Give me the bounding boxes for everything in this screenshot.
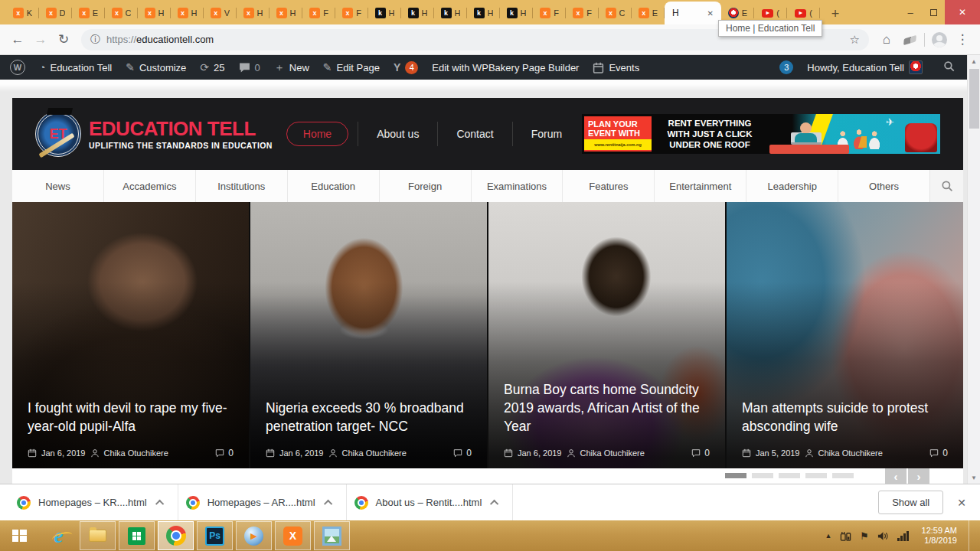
taskbar-photoshop[interactable]: Ps: [197, 521, 233, 550]
eraser-extension-icon[interactable]: [898, 32, 921, 47]
taskbar-file-explorer[interactable]: [80, 521, 116, 550]
scroll-down-arrow[interactable]: ▼: [968, 471, 980, 484]
post-title[interactable]: Man attempts suicide to protest abscondi…: [742, 399, 948, 435]
browser-tab[interactable]: H: [138, 2, 171, 24]
site-logo-emblem[interactable]: ET: [35, 111, 81, 157]
reload-button[interactable]: ↻: [52, 31, 75, 47]
main-nav-entertainment[interactable]: Entertainment: [654, 170, 746, 202]
main-nav-search-button[interactable]: [929, 170, 963, 202]
slider-page-bar[interactable]: [832, 473, 854, 478]
browser-tab[interactable]: F: [335, 2, 368, 24]
taskbar-media-player[interactable]: ▶: [236, 521, 272, 550]
active-tab[interactable]: H ✕: [665, 2, 721, 24]
post-comments[interactable]: 0: [453, 448, 472, 458]
post-author[interactable]: Chika Otuchikere: [342, 448, 407, 458]
taskbar-clock[interactable]: 12:59 AM 1/8/2019: [917, 526, 957, 546]
browser-tab[interactable]: H: [467, 2, 500, 24]
main-nav-education[interactable]: Education: [287, 170, 379, 202]
post-title[interactable]: Nigeria exceeds 30 % broadband penetrati…: [266, 399, 472, 435]
slider-prev-button[interactable]: ‹: [885, 468, 906, 484]
browser-tab[interactable]: H: [171, 2, 204, 24]
main-nav-foreign[interactable]: Foreign: [379, 170, 471, 202]
browser-tab[interactable]: F: [566, 2, 599, 24]
new-content-button[interactable]: ＋ New: [267, 55, 316, 80]
ad-banner[interactable]: PLAN YOUR EVENT WITH EASE www.rentitnaij…: [582, 114, 940, 154]
download-item[interactable]: Homepages – AR....html: [178, 484, 347, 520]
profile-avatar[interactable]: [932, 32, 947, 47]
back-button[interactable]: ←: [6, 32, 29, 47]
browser-tab[interactable]: K: [6, 2, 39, 24]
browser-tab[interactable]: H: [434, 2, 467, 24]
taskbar-chrome[interactable]: [158, 521, 194, 550]
post-author[interactable]: Chika Otuchikere: [580, 448, 645, 458]
taskbar-xampp[interactable]: X: [275, 521, 311, 550]
adminbar-site-menu[interactable]: ◔ Education Tell: [32, 55, 119, 80]
browser-tab[interactable]: H: [368, 2, 401, 24]
slider-page-bar[interactable]: [725, 473, 746, 478]
main-nav-accademics[interactable]: Accademics: [103, 170, 195, 202]
download-item[interactable]: About us – Rentit....html: [347, 484, 514, 520]
yoast-menu[interactable]: Y 4: [387, 55, 425, 80]
customize-button[interactable]: ✎ Customize: [119, 55, 193, 80]
tray-expand-icon[interactable]: ▲: [825, 532, 831, 540]
chevron-up-icon[interactable]: [155, 499, 164, 507]
scroll-up-arrow[interactable]: ▲: [968, 55, 980, 67]
show-all-downloads-button[interactable]: Show all: [878, 491, 943, 514]
slider-page-bar[interactable]: [779, 473, 800, 478]
window-close-button[interactable]: ✕: [945, 0, 980, 24]
window-maximize-button[interactable]: [922, 0, 945, 24]
start-button[interactable]: [2, 521, 38, 550]
post-comments[interactable]: 0: [929, 448, 948, 458]
browser-tab[interactable]: E: [632, 2, 665, 24]
header-nav-about-us[interactable]: About us: [358, 122, 437, 146]
post-title[interactable]: Burna Boy carts home Soundcity 2019 awar…: [504, 380, 710, 435]
taskbar-windows-store[interactable]: [119, 521, 155, 550]
download-item[interactable]: Homepages – KR....html: [9, 484, 178, 520]
adminbar-search-button[interactable]: [929, 60, 964, 74]
browser-tab[interactable]: C: [599, 2, 632, 24]
updates-button[interactable]: ⟳ 25: [193, 55, 231, 80]
show-desktop-button[interactable]: [969, 520, 974, 551]
main-nav-institutions[interactable]: Institutions: [195, 170, 287, 202]
account-menu[interactable]: Howdy, Education Tell: [800, 55, 929, 80]
browser-tab[interactable]: H: [270, 2, 302, 24]
browser-tab[interactable]: F: [533, 2, 566, 24]
header-nav-contact[interactable]: Contact: [437, 122, 511, 146]
post-card[interactable]: Burna Boy carts home Soundcity 2019 awar…: [488, 202, 727, 468]
site-logo-text[interactable]: EDUCATION TELL UPLIFTING THE STANDARDS I…: [89, 119, 273, 150]
header-nav-home[interactable]: Home: [286, 122, 348, 146]
post-author[interactable]: Chika Otuchikere: [818, 448, 883, 458]
action-center-flag-icon[interactable]: ⚑: [860, 530, 869, 542]
downloads-close-icon[interactable]: ✕: [943, 497, 980, 509]
post-comments[interactable]: 0: [691, 448, 710, 458]
slider-page-bar[interactable]: [805, 473, 827, 478]
browser-tab[interactable]: H: [401, 2, 434, 24]
post-comments[interactable]: 0: [215, 448, 234, 458]
main-nav-news[interactable]: News: [12, 170, 103, 202]
bookmark-star-icon[interactable]: ☆: [850, 33, 860, 47]
wp-logo-menu[interactable]: W: [3, 55, 32, 80]
battery-plug-icon[interactable]: [840, 530, 851, 542]
window-minimize-button[interactable]: –: [899, 0, 922, 24]
browser-tab[interactable]: F: [302, 2, 335, 24]
taskbar-internet-explorer[interactable]: e: [41, 521, 77, 550]
browser-tab[interactable]: C: [105, 2, 138, 24]
post-author[interactable]: Chika Otuchikere: [104, 448, 168, 458]
events-menu[interactable]: Events: [586, 55, 646, 80]
post-card[interactable]: Man attempts suicide to protest abscondi…: [727, 202, 963, 468]
main-nav-features[interactable]: Features: [562, 170, 654, 202]
browser-tab[interactable]: D: [39, 2, 72, 24]
tab-close-icon[interactable]: ✕: [707, 9, 714, 18]
header-nav-forum[interactable]: Forum: [512, 122, 580, 146]
home-button[interactable]: ⌂: [875, 32, 898, 47]
slider-next-button[interactable]: ›: [908, 468, 929, 484]
scrollbar-thumb[interactable]: [969, 69, 979, 129]
main-nav-examinations[interactable]: Examinations: [471, 170, 563, 202]
page-scrollbar[interactable]: ▲ ▼: [967, 55, 980, 484]
network-signal-icon[interactable]: [897, 531, 909, 541]
post-card[interactable]: Nigeria exceeds 30 % broadband penetrati…: [250, 202, 488, 468]
post-title[interactable]: I fought with devil to rape my five-year…: [28, 399, 234, 435]
main-nav-leadership[interactable]: Leadership: [746, 170, 838, 202]
comments-button[interactable]: 0: [232, 55, 267, 80]
browser-menu-icon[interactable]: ⋮: [951, 31, 974, 47]
